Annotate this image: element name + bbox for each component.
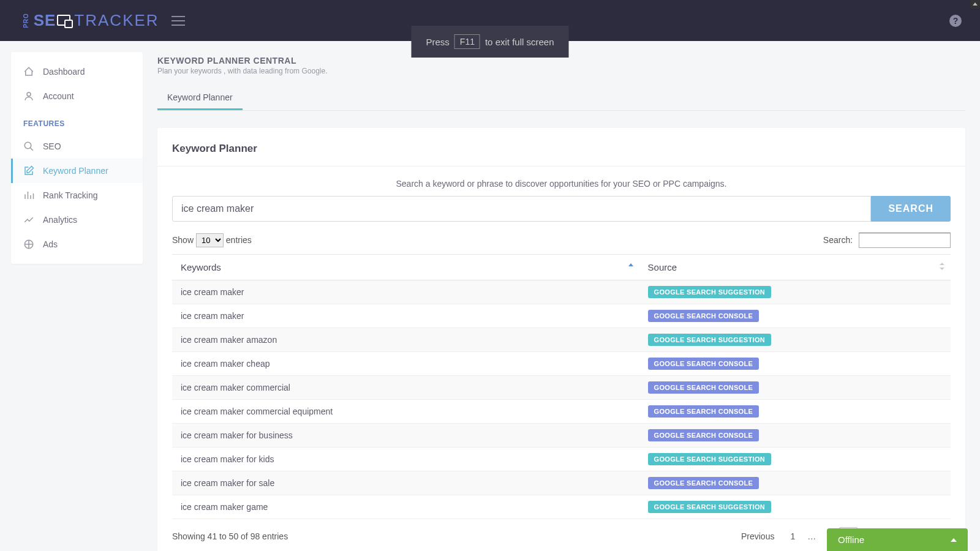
source-badge: GOOGLE SEARCH CONSOLE bbox=[648, 358, 760, 370]
sidebar-item-account[interactable]: Account bbox=[11, 84, 143, 108]
logo-tracker: TRACKER bbox=[74, 11, 159, 30]
sidebar-item-label: Keyword Planner bbox=[43, 166, 108, 176]
cell-source: GOOGLE SEARCH CONSOLE bbox=[639, 352, 951, 376]
source-badge: GOOGLE SEARCH CONSOLE bbox=[648, 477, 760, 489]
cell-keyword: ice cream maker for sale bbox=[172, 471, 639, 495]
fullscreen-banner: Press F11 to exit full screen bbox=[411, 26, 568, 58]
cell-source: GOOGLE SEARCH CONSOLE bbox=[639, 400, 951, 424]
show-entries-control: Show 10 entries bbox=[172, 233, 252, 247]
source-badge: GOOGLE SEARCH SUGGESTION bbox=[648, 501, 771, 513]
table-row[interactable]: ice cream maker for businessGOOGLE SEARC… bbox=[172, 424, 951, 448]
table-row[interactable]: ice cream maker for saleGOOGLE SEARCH CO… bbox=[172, 471, 951, 495]
cell-keyword: ice cream maker commercial bbox=[172, 376, 639, 400]
source-badge: GOOGLE SEARCH SUGGESTION bbox=[648, 453, 771, 465]
page-subtitle: Plan your keywords , with data leading f… bbox=[157, 67, 965, 75]
sidebar: Dashboard Account FEATURES SEO Keyword P… bbox=[11, 52, 143, 264]
cell-keyword: ice cream maker amazon bbox=[172, 328, 639, 352]
cell-source: GOOGLE SEARCH SUGGESTION bbox=[639, 328, 951, 352]
search-icon bbox=[23, 141, 34, 152]
svg-point-0 bbox=[27, 92, 31, 96]
sidebar-item-label: Ads bbox=[43, 239, 58, 249]
table-row[interactable]: ice cream maker commercial equipmentGOOG… bbox=[172, 400, 951, 424]
source-badge: GOOGLE SEARCH SUGGESTION bbox=[648, 286, 771, 298]
sidebar-heading-features: FEATURES bbox=[11, 108, 143, 134]
fullscreen-key: F11 bbox=[454, 34, 480, 49]
fullscreen-rest: to exit full screen bbox=[485, 37, 554, 47]
sidebar-item-rank-tracking[interactable]: Rank Tracking bbox=[11, 183, 143, 208]
sidebar-item-label: Analytics bbox=[43, 215, 77, 225]
help-icon[interactable]: ? bbox=[949, 15, 962, 27]
table-search-input[interactable] bbox=[859, 233, 951, 248]
cell-source: GOOGLE SEARCH CONSOLE bbox=[639, 424, 951, 448]
app-header: PRO SE TRACKER ? Press F11 to exit full … bbox=[0, 0, 980, 41]
sort-asc-icon bbox=[628, 263, 633, 266]
pagination-page: … bbox=[801, 528, 822, 545]
cell-keyword: ice cream maker for business bbox=[172, 424, 639, 448]
source-badge: GOOGLE SEARCH CONSOLE bbox=[648, 381, 760, 394]
table-row[interactable]: ice cream maker commercialGOOGLE SEARCH … bbox=[172, 376, 951, 400]
table-row[interactable]: ice cream maker amazonGOOGLE SEARCH SUGG… bbox=[172, 328, 951, 352]
edit-icon bbox=[23, 165, 34, 176]
keyword-planner-card: Keyword Planner Search a keyword or phra… bbox=[157, 128, 965, 551]
cell-keyword: ice cream maker bbox=[172, 280, 639, 304]
pagination-previous[interactable]: Previous bbox=[735, 528, 780, 545]
user-icon bbox=[23, 91, 34, 102]
entries-select[interactable]: 10 bbox=[196, 233, 224, 247]
cell-source: GOOGLE SEARCH SUGGESTION bbox=[639, 280, 951, 304]
source-badge: GOOGLE SEARCH CONSOLE bbox=[648, 405, 760, 418]
cell-keyword: ice cream maker game bbox=[172, 495, 639, 519]
logo-pro: PRO bbox=[23, 13, 29, 28]
main-content: KEYWORD PLANNER CENTRAL Plan your keywor… bbox=[143, 41, 980, 551]
source-badge: GOOGLE SEARCH CONSOLE bbox=[648, 429, 760, 441]
cell-source: GOOGLE SEARCH SUGGESTION bbox=[639, 448, 951, 471]
keywords-table: Keywords Source ice cream makerGOOGLE SE… bbox=[172, 254, 951, 519]
pagination-page[interactable]: 1 bbox=[784, 528, 801, 545]
cell-keyword: ice cream maker commercial equipment bbox=[172, 400, 639, 424]
sidebar-item-label: Dashboard bbox=[43, 67, 85, 77]
sidebar-item-seo[interactable]: SEO bbox=[11, 134, 143, 159]
cell-keyword: ice cream maker bbox=[172, 304, 639, 328]
tabs: Keyword Planner bbox=[157, 86, 965, 111]
chart-icon bbox=[23, 190, 34, 201]
column-source[interactable]: Source bbox=[639, 255, 951, 280]
sidebar-item-label: SEO bbox=[43, 141, 61, 151]
offline-widget[interactable]: Offline bbox=[827, 528, 968, 551]
sidebar-item-dashboard[interactable]: Dashboard bbox=[11, 59, 143, 84]
logo-icon bbox=[57, 15, 70, 26]
logo[interactable]: PRO SE TRACKER bbox=[18, 11, 159, 30]
trend-icon bbox=[23, 214, 34, 225]
cell-source: GOOGLE SEARCH SUGGESTION bbox=[639, 495, 951, 519]
keyword-search-input[interactable] bbox=[172, 196, 871, 222]
offline-label: Offline bbox=[838, 534, 864, 545]
chevron-up-icon bbox=[951, 538, 957, 542]
table-info: Showing 41 to 50 of 98 entries bbox=[172, 531, 288, 541]
sidebar-item-label: Account bbox=[43, 91, 74, 101]
card-title: Keyword Planner bbox=[157, 143, 965, 167]
sidebar-item-keyword-planner[interactable]: Keyword Planner bbox=[11, 159, 143, 183]
table-row[interactable]: ice cream makerGOOGLE SEARCH SUGGESTION bbox=[172, 280, 951, 304]
column-keywords[interactable]: Keywords bbox=[172, 255, 639, 280]
cell-source: GOOGLE SEARCH CONSOLE bbox=[639, 471, 951, 495]
logo-se: SE bbox=[34, 11, 56, 30]
target-icon bbox=[23, 239, 34, 250]
search-hint: Search a keyword or phrase to discover o… bbox=[157, 167, 965, 196]
sidebar-item-analytics[interactable]: Analytics bbox=[11, 208, 143, 232]
svg-point-1 bbox=[24, 142, 31, 149]
source-badge: GOOGLE SEARCH CONSOLE bbox=[648, 310, 760, 322]
sidebar-item-ads[interactable]: Ads bbox=[11, 232, 143, 257]
table-search-control: Search: bbox=[823, 233, 951, 248]
fullscreen-press: Press bbox=[426, 37, 449, 47]
search-button[interactable]: SEARCH bbox=[871, 196, 951, 222]
cell-keyword: ice cream maker cheap bbox=[172, 352, 639, 376]
sidebar-item-label: Rank Tracking bbox=[43, 190, 97, 200]
table-row[interactable]: ice cream maker gameGOOGLE SEARCH SUGGES… bbox=[172, 495, 951, 519]
menu-toggle-button[interactable] bbox=[172, 13, 185, 29]
home-icon bbox=[23, 66, 34, 77]
table-row[interactable]: ice cream maker for kidsGOOGLE SEARCH SU… bbox=[172, 448, 951, 471]
cell-keyword: ice cream maker for kids bbox=[172, 448, 639, 471]
table-row[interactable]: ice cream makerGOOGLE SEARCH CONSOLE bbox=[172, 304, 951, 328]
table-row[interactable]: ice cream maker cheapGOOGLE SEARCH CONSO… bbox=[172, 352, 951, 376]
tab-keyword-planner[interactable]: Keyword Planner bbox=[157, 86, 243, 110]
scroll-up-indicator[interactable] bbox=[970, 0, 980, 9]
source-badge: GOOGLE SEARCH SUGGESTION bbox=[648, 334, 771, 346]
